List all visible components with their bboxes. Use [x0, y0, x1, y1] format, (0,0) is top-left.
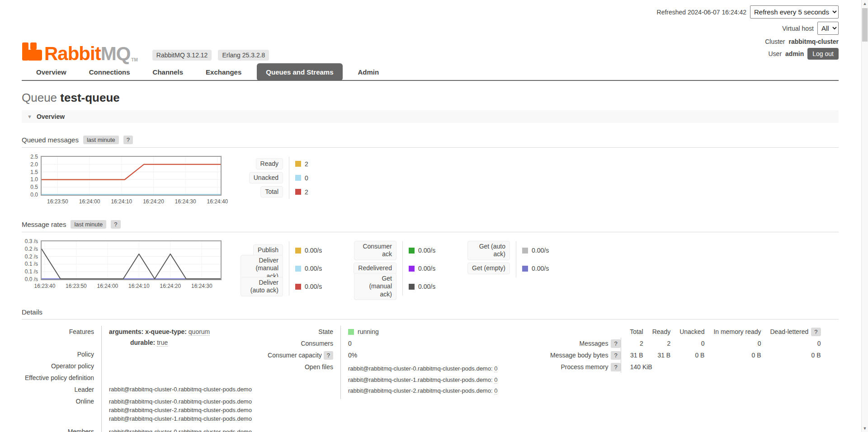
page: RabbitMQ TM RabbitMQ 3.12.12 Erlang 25.3… [0, 0, 861, 432]
help-icon[interactable]: ? [611, 363, 620, 371]
consumer-capacity-label: Consumer capacity ? [250, 349, 340, 361]
stats-corner-cell [550, 326, 621, 338]
section-overview[interactable]: ▼ Overview [22, 110, 839, 123]
refreshed-timestamp: Refreshed 2024-06-07 16:24:42 [657, 9, 746, 16]
legend-button-ready[interactable]: Ready [256, 158, 283, 170]
time-window-badge[interactable]: last minute [71, 220, 106, 229]
virtual-host-select[interactable]: All [817, 22, 839, 35]
legend-value-total: 2 [305, 188, 308, 196]
tab-queues-and-streams[interactable]: Queues and Streams [257, 63, 342, 81]
table-row-messages: Messages? 2 2 0 0 0 [550, 338, 821, 349]
open-files-node: rabbit@rabbitmq-cluster-1.rabbitmq-clust… [348, 376, 493, 383]
leader-value: rabbit@rabbitmq-cluster-0.rabbitmq-clust… [101, 384, 252, 395]
series-color-swatch [522, 248, 528, 254]
row-label-process-memory: Process memory? [550, 361, 621, 373]
tab-exchanges[interactable]: Exchanges [198, 64, 249, 80]
message-rates-chart: 0.3 /s0.2 /s0.2 /s0.1 /s0.1 /s0.0 /s 16:… [26, 240, 222, 296]
series-color-swatch [522, 266, 528, 272]
queued-messages-title: Queued messages [22, 136, 79, 144]
consumers-value: 0 [340, 338, 543, 349]
operator-policy-label: Operator policy [22, 360, 101, 372]
online-node: rabbit@rabbitmq-cluster-0.rabbitmq-clust… [109, 398, 252, 406]
rabbitmq-version-badge: RabbitMQ 3.12.12 [152, 50, 212, 61]
help-icon[interactable]: ? [811, 328, 821, 336]
message-rates-title: Message rates [22, 221, 66, 228]
rabbitmq-logo[interactable]: RabbitMQ TM [22, 42, 138, 62]
features-value: arguments: x-queue-type: quorum durable:… [101, 326, 252, 348]
tab-overview[interactable]: Overview [29, 64, 74, 80]
row-label-message-body-bytes: Message body bytes? [550, 349, 621, 361]
messages-ready: 2 [643, 338, 670, 349]
col-header-ready: Ready [643, 326, 670, 338]
legend-button-total[interactable]: Total [260, 186, 283, 198]
series-color-swatch [409, 284, 415, 290]
effective-policy-value [101, 372, 252, 384]
policy-label: Policy [22, 348, 101, 360]
legend-button-get-manual-ack[interactable]: Get (manual ack) [354, 273, 396, 301]
durable-value: true [157, 339, 168, 347]
legend-button-consumer-ack[interactable]: Consumer ack [354, 241, 396, 260]
state-color-swatch [348, 329, 354, 335]
series-color-swatch [409, 266, 415, 272]
scrollbar[interactable]: ▲ ▼ [861, 0, 868, 432]
arguments-key: arguments: [109, 328, 143, 335]
top-bar: RabbitMQ TM RabbitMQ 3.12.12 Erlang 25.3… [22, 0, 839, 62]
logo-text: RabbitMQ [44, 45, 130, 62]
col-header-in-memory-ready: In memory ready [704, 326, 761, 338]
tab-connections[interactable]: Connections [82, 64, 137, 80]
table-row-message-body-bytes: Message body bytes? 31 B 31 B 0 B 0 B 0 … [550, 349, 821, 361]
open-files-count: 0 [494, 376, 497, 384]
scrollbar-thumb[interactable] [862, 8, 868, 42]
legend-rate-value: 0.00/s [418, 247, 435, 254]
time-window-badge[interactable]: last minute [83, 136, 119, 144]
series-color-swatch [295, 248, 301, 254]
queued-messages-heading: Queued messages last minute ? [22, 136, 839, 144]
page-title: Queue test-queue [22, 91, 839, 105]
table-row-process-memory: Process memory? 140 KiB [550, 361, 821, 373]
cluster-label: Cluster [765, 38, 785, 45]
durable-key: durable: [130, 339, 155, 346]
col-header-dead-lettered: Dead-lettered? [761, 326, 821, 338]
divider [22, 147, 839, 148]
legend-rate-value: 0.00/s [305, 265, 322, 272]
details-left-group: Features arguments: x-queue-type: quorum… [22, 326, 250, 432]
open-files-count: 0 [494, 365, 497, 372]
scrollbar-down-icon[interactable]: ▼ [862, 426, 868, 431]
tab-channels[interactable]: Channels [146, 64, 191, 80]
messages-unacked: 0 [670, 338, 704, 349]
rabbitmq-rabbit-icon [22, 42, 42, 62]
series-color-swatch [295, 161, 301, 167]
state-label: State [250, 326, 340, 338]
legend-button-unacked[interactable]: Unacked [249, 172, 283, 184]
legend-rate-value: 0.00/s [418, 265, 435, 272]
help-icon[interactable]: ? [111, 220, 120, 229]
legend-button-get-empty[interactable]: Get (empty) [467, 263, 510, 274]
details-title: Details [22, 308, 42, 316]
col-header-total: Total [621, 326, 643, 338]
scrollbar-up-icon[interactable]: ▲ [862, 1, 868, 6]
members-values: rabbit@rabbitmq-cluster-0.rabbitmq-clust… [101, 426, 252, 432]
tab-admin[interactable]: Admin [351, 64, 387, 80]
divider [22, 232, 839, 232]
legend-rate-value: 0.00/s [532, 265, 549, 272]
member-node: rabbit@rabbitmq-cluster-0.rabbitmq-clust… [109, 428, 252, 432]
user-name: admin [785, 50, 804, 57]
legend-button-redelivered[interactable]: Redelivered [354, 263, 396, 274]
queued-messages-chart: 2.52.01.51.00.50.0 16:23:5016:24:0016:24… [26, 156, 222, 207]
queued-messages-plot: 16:23:5016:24:0016:24:1016:24:2016:24:30… [41, 156, 222, 196]
help-icon[interactable]: ? [324, 351, 333, 360]
refresh-interval-select[interactable]: Refresh every 5 seconds [750, 5, 839, 19]
help-icon[interactable]: ? [123, 136, 133, 144]
message-rates-legend: Publish 0.00/s Deliver (manual ack) 0.00… [241, 241, 555, 296]
help-icon[interactable]: ? [611, 339, 620, 348]
help-icon[interactable]: ? [611, 351, 620, 360]
legend-button-publish[interactable]: Publish [253, 244, 283, 256]
legend-button-deliver-auto-ack[interactable]: Deliver (auto ack) [241, 277, 283, 296]
open-files-label: Open files [250, 361, 340, 399]
online-node: rabbit@rabbitmq-cluster-1.rabbitmq-clust… [109, 415, 252, 423]
legend-value-unacked: 0 [305, 174, 308, 182]
logout-button[interactable]: Log out [807, 48, 839, 60]
message-stats-table: Total Ready Unacked In memory ready Dead… [550, 326, 821, 373]
divider [22, 319, 839, 319]
legend-button-get-auto-ack[interactable]: Get (auto ack) [467, 241, 510, 260]
